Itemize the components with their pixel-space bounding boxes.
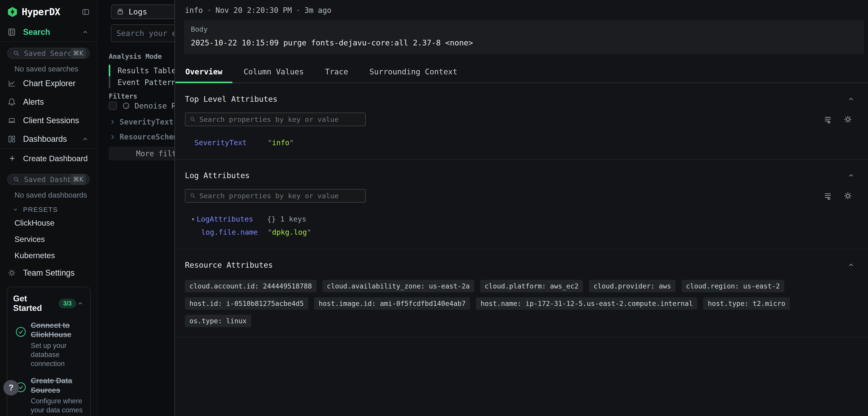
logo-row: HyperDX [0, 0, 97, 23]
filter-group-severitytext[interactable]: SeverityText [109, 118, 174, 126]
tab-trace[interactable]: Trace [315, 63, 358, 83]
tab-column-values[interactable]: Column Values [234, 63, 314, 83]
attribute-key[interactable]: log.file.name [201, 228, 268, 237]
search-icon [189, 192, 196, 199]
severity-text: info [185, 6, 203, 15]
gear-icon[interactable] [843, 191, 852, 201]
resource-attribute-chip[interactable]: cloud.platform: aws_ec2 [480, 280, 583, 292]
sidebar-item-client-sessions[interactable]: Client Sessions [0, 111, 97, 130]
section-top-level-attributes: Top Level Attributes Search properties b… [175, 83, 868, 159]
saved-dashboards-input[interactable]: Saved Dashboards ⌘K [7, 174, 90, 185]
sidebar-item-chart-explorer[interactable]: Chart Explorer [0, 74, 97, 93]
filter-group-resourceschemaurl[interactable]: ResourceSchemaUrl [109, 132, 175, 141]
section-title: Log Attributes [185, 171, 250, 180]
wrap-lines-icon[interactable] [823, 115, 832, 124]
bell-icon [7, 97, 17, 107]
more-filters-button[interactable]: More filters [109, 147, 175, 160]
mode-label: Results Table [118, 66, 175, 75]
braces-icon: {} [267, 215, 276, 224]
get-started-item-subtitle: Configure where your data comes from [31, 396, 84, 416]
denoise-filter-row: Denoise Results [109, 101, 175, 110]
separator-dot: · [292, 6, 305, 15]
create-dashboard-button[interactable]: + Create Dashboard [0, 149, 97, 168]
section-resource-attributes: Resource Attributes cloud.account.id: 24… [175, 249, 868, 337]
detail-tabs: Overview Column Values Trace Surrounding… [175, 63, 868, 83]
event-search-input[interactable] [111, 24, 175, 42]
key-count: 1 keys [280, 215, 306, 224]
sidebar-item-alerts[interactable]: Alerts [0, 93, 97, 111]
property-search-input[interactable]: Search properties by key or value [185, 113, 366, 126]
resource-attribute-chip[interactable]: host.id: i-0510b81275acbe4d5 [185, 297, 308, 310]
chevron-up-icon[interactable] [76, 299, 84, 307]
resource-attribute-chip[interactable]: host.type: t2.micro [703, 297, 790, 310]
denoise-icon [122, 101, 130, 110]
preset-item[interactable]: Services [0, 231, 97, 247]
sidebar-item-label: Client Sessions [23, 116, 79, 125]
attribute-tree-root[interactable]: ▾ LogAttributes {} 1 keys [185, 212, 855, 226]
resource-attribute-chip[interactable]: host.name: ip-172-31-12-5.us-east-2.comp… [476, 297, 698, 310]
source-select-label: Logs [129, 7, 147, 16]
tab-overview[interactable]: Overview [176, 63, 232, 83]
resource-attribute-chip[interactable]: host.image.id: ami-0f5fcdfbd140e4ab7 [314, 297, 470, 310]
attribute-row[interactable]: SeverityText "info" [185, 136, 855, 149]
help-button[interactable]: ? [4, 380, 19, 395]
section-title: Resource Attributes [185, 261, 273, 269]
attribute-value[interactable]: info [272, 138, 289, 147]
presets-label: PRESETS [23, 206, 58, 213]
quote: " [268, 138, 272, 147]
resource-attribute-chip[interactable]: cloud.account.id: 244449518788 [185, 280, 316, 292]
chevron-up-icon[interactable] [847, 261, 855, 269]
laptop-icon [7, 116, 17, 125]
mode-event-patterns[interactable]: Event Patterns [109, 77, 175, 88]
section-title: Top Level Attributes [185, 94, 277, 103]
create-dashboard-label: Create Dashboard [23, 154, 88, 163]
preset-item[interactable]: ClickHouse [0, 215, 97, 231]
sidebar-item-search[interactable]: Search [0, 23, 97, 41]
search-icon [13, 50, 20, 57]
attribute-key[interactable]: SeverityText [194, 138, 268, 147]
section-log-attributes: Log Attributes Search properties by key … [175, 159, 868, 249]
sidebar-item-dashboards[interactable]: Dashboards [0, 130, 97, 148]
saved-searches-input[interactable]: Saved Searches ⌘K [7, 48, 90, 59]
property-search-input[interactable]: Search properties by key or value [185, 189, 366, 203]
resource-attribute-chip[interactable]: os.type: linux [185, 315, 251, 327]
logs-source-icon [116, 7, 125, 16]
chevron-up-icon[interactable] [81, 135, 89, 143]
presets-header[interactable]: PRESETS [0, 200, 97, 215]
sidebar-item-label: Chart Explorer [23, 79, 75, 88]
sidebar-item-label: Alerts [23, 97, 44, 107]
check-circle-icon [16, 326, 26, 337]
filter-group-label: SeverityText [120, 118, 174, 126]
sidebar-item-team-settings[interactable]: Team Settings [0, 264, 97, 282]
get-started-item[interactable]: Create Data Sources Configure where your… [13, 376, 84, 416]
shortcut-badge: ⌘K [70, 48, 86, 58]
search-icon [13, 176, 20, 183]
attribute-row[interactable]: log.file.name "dpkg.log" [185, 226, 855, 239]
attribute-value[interactable]: dpkg.log [272, 228, 307, 237]
body-value[interactable]: 2025-10-22 10:15:09 purge fonts-dejavu-c… [191, 38, 857, 47]
resource-attribute-chip[interactable]: cloud.region: us-east-2 [682, 280, 784, 292]
chevron-up-icon[interactable] [81, 28, 89, 36]
mode-results-table[interactable]: Results Table [109, 65, 175, 77]
event-relative-time: 3m ago [305, 6, 331, 15]
chevron-up-icon[interactable] [847, 171, 855, 180]
source-select[interactable]: Logs [111, 4, 175, 19]
get-started-items: Connect to ClickHouse Set up your databa… [13, 321, 84, 416]
attribute-key[interactable]: LogAttributes [197, 215, 267, 224]
get-started-item[interactable]: Connect to ClickHouse Set up your databa… [13, 321, 84, 368]
tab-surrounding-context[interactable]: Surrounding Context [360, 63, 467, 83]
sidebar-collapse-icon[interactable] [81, 7, 90, 17]
resource-attribute-chip[interactable]: cloud.availability_zone: us-east-2a [322, 280, 474, 292]
body-label: Body [191, 25, 857, 33]
preset-item[interactable]: Kubernetes [0, 247, 97, 264]
get-started-title: Get Started [13, 294, 54, 313]
gear-icon[interactable] [843, 115, 852, 124]
wrap-lines-icon[interactable] [823, 191, 832, 200]
resource-attribute-chip[interactable]: cloud.provider: aws [589, 280, 675, 292]
caret-down-icon[interactable]: ▾ [191, 216, 195, 222]
chevron-up-icon[interactable] [847, 95, 855, 103]
denoise-checkbox[interactable] [109, 102, 117, 110]
search-nav-icon [7, 28, 17, 37]
property-search-placeholder: Search properties by key or value [199, 192, 339, 200]
search-filter-panel: Logs Analysis Mode Results Table Event P… [98, 0, 175, 416]
